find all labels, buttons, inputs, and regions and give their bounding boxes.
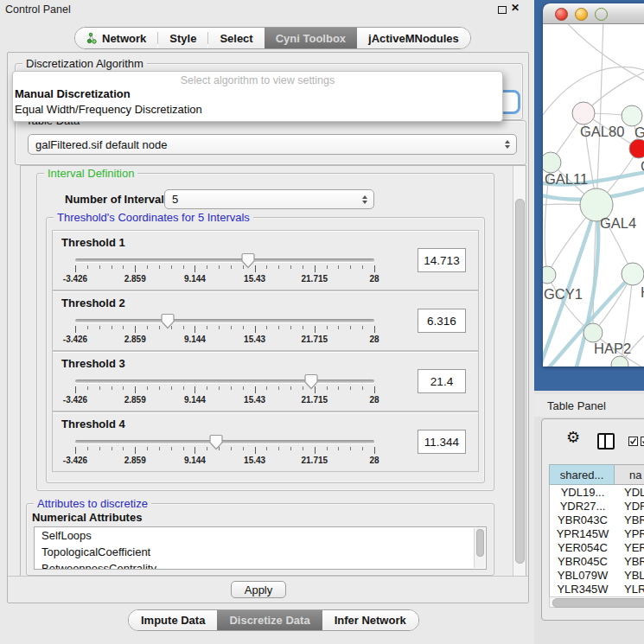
slider-tick-labels: -3.4262.8599.14415.4321.71528: [75, 395, 374, 405]
settings-scrollpane: Interval Definition Number of Intervals …: [20, 165, 526, 577]
cell-name[interactable]: YBR0: [615, 513, 644, 526]
threshold-slider[interactable]: -3.4262.8599.14415.4321.71528: [75, 252, 374, 286]
table-row[interactable]: YLR345WYLR3: [550, 582, 644, 596]
panel-title: Control Panel: [5, 3, 71, 16]
table-data-select[interactable]: galFiltered.sif default node: [28, 134, 517, 155]
menu-item-equal-width-frequency[interactable]: Equal Width/Frequency Discretization: [13, 102, 502, 118]
vertical-scrollbar[interactable]: [513, 166, 526, 576]
apply-button[interactable]: Apply: [231, 581, 286, 598]
slider-track[interactable]: [75, 440, 374, 443]
table-body: YDL19...YDL1YDR27...YDR2YBR043CYBR0YPR14…: [549, 485, 644, 596]
minimize-traffic-light-icon[interactable]: [575, 8, 588, 21]
scrollbar-thumb[interactable]: [515, 199, 525, 564]
network-node[interactable]: [622, 263, 644, 285]
close-traffic-light-icon[interactable]: [555, 8, 568, 21]
tab-discretize-data[interactable]: Discretize Data: [217, 610, 322, 630]
network-canvas[interactable]: GAL80GACGAL11GAL4GCY1HHAP2: [543, 24, 644, 367]
tick-label: -3.426: [63, 274, 87, 284]
table-panel: ⚙ shared... na YDL19...YDL1YDR27...YDR2Y…: [541, 418, 644, 621]
network-edge[interactable]: [596, 24, 603, 205]
table-row[interactable]: YBR045CYBR0: [550, 554, 644, 568]
cell-shared-name[interactable]: YBR043C: [550, 513, 615, 526]
discretization-algorithm-label: Discretization Algorithm: [22, 57, 147, 70]
network-node[interactable]: [629, 139, 644, 158]
network-node[interactable]: [543, 152, 561, 173]
column-header-name[interactable]: na: [615, 464, 644, 485]
cell-shared-name[interactable]: YDR27...: [550, 499, 615, 513]
cell-name[interactable]: YBR0: [615, 554, 644, 568]
cell-shared-name[interactable]: YBR045C: [550, 554, 615, 568]
columns-icon[interactable]: [597, 433, 615, 450]
scrollbar-thumb[interactable]: [476, 529, 484, 557]
threshold-panel-3: Threshold 3-3.4262.8599.14415.4321.71528: [52, 351, 479, 411]
tab-style[interactable]: Style: [158, 28, 207, 48]
attributes-scrollbar[interactable]: [474, 528, 485, 568]
list-item-topologicalcoefficient[interactable]: TopologicalCoefficient: [35, 544, 486, 560]
checkbox-icon[interactable]: [641, 437, 644, 446]
tab-select[interactable]: Select: [208, 28, 264, 48]
tab-network[interactable]: Network: [75, 28, 157, 48]
threshold-value-field[interactable]: [418, 309, 466, 333]
tick-label: 21.715: [302, 274, 328, 284]
cell-name[interactable]: YPR1: [615, 526, 644, 540]
tab-cyni-toolbox[interactable]: Cyni Toolbox: [265, 28, 357, 48]
threshold-value-field[interactable]: [418, 369, 466, 393]
threshold-slider[interactable]: -3.4262.8599.14415.4321.71528: [75, 373, 374, 407]
node-label: GAL80: [580, 124, 624, 139]
zoom-traffic-light-icon[interactable]: [595, 8, 608, 21]
tick-label: 15.43: [244, 274, 265, 284]
number-of-intervals-select[interactable]: 5: [164, 189, 374, 209]
thresholds-group: Threshold's Coordinates for 5 Intervals …: [46, 217, 485, 483]
close-icon[interactable]: ✕: [511, 2, 520, 14]
horizontal-scrollbar[interactable]: [549, 596, 644, 608]
network-node[interactable]: [543, 266, 556, 284]
checkbox-icon[interactable]: [628, 437, 638, 446]
table-row[interactable]: YPR145WYPR1: [550, 526, 644, 540]
scrollbar-thumb[interactable]: [552, 598, 644, 608]
table-row[interactable]: YBR043CYBR0: [550, 513, 644, 526]
network-node[interactable]: [611, 356, 628, 367]
list-item-selfloops[interactable]: SelfLoops: [35, 527, 486, 544]
list-item-betweennesscentrality[interactable]: BetweennessCentrality: [35, 560, 486, 570]
column-header-shared-name[interactable]: shared...: [549, 464, 615, 485]
slider-track[interactable]: [75, 379, 374, 383]
threshold-value-field[interactable]: [418, 248, 466, 272]
node-label: C: [641, 158, 644, 174]
cell-name[interactable]: YBL0: [615, 568, 644, 582]
network-node[interactable]: [572, 102, 595, 124]
tab-impute-data[interactable]: Impute Data: [129, 610, 217, 630]
network-node[interactable]: [622, 105, 642, 126]
cell-name[interactable]: YLR3: [615, 582, 644, 596]
cell-shared-name[interactable]: YPR145W: [550, 526, 615, 540]
cell-shared-name[interactable]: YDL19...: [550, 485, 615, 499]
table-row[interactable]: YDL19...YDL1: [550, 485, 644, 499]
cell-name[interactable]: YER0: [615, 540, 644, 554]
tick-label: -3.426: [63, 335, 87, 344]
cell-shared-name[interactable]: YLR345W: [550, 582, 615, 596]
menu-item-manual-discretization[interactable]: Manual Discretization: [13, 86, 502, 102]
float-window-icon[interactable]: [498, 6, 507, 14]
cell-shared-name[interactable]: YER054C: [550, 540, 615, 554]
slider-ticks: [75, 386, 374, 393]
tick-label: 2.859: [124, 456, 146, 465]
attributes-group: Attributes to discretize Numerical Attri…: [26, 503, 494, 576]
threshold-label: Threshold 3: [61, 357, 125, 370]
tick-label: 15.43: [244, 395, 265, 405]
table-row[interactable]: YBL079WYBL0: [550, 568, 644, 582]
tab-jactivemnodules[interactable]: jActiveMNodules: [357, 28, 470, 48]
slider-track[interactable]: [75, 319, 374, 322]
table-row[interactable]: YER054CYER0: [550, 540, 644, 554]
slider-track[interactable]: [75, 258, 374, 262]
cell-name[interactable]: YDL1: [615, 485, 644, 499]
tab-infer-network[interactable]: Infer Network: [322, 610, 418, 630]
cell-name[interactable]: YDR2: [615, 499, 644, 513]
node-label: GAL4: [600, 215, 636, 231]
threshold-slider[interactable]: -3.4262.8599.14415.4321.71528: [75, 433, 374, 468]
tick-label: 28: [369, 395, 379, 405]
gear-icon[interactable]: ⚙: [566, 430, 580, 445]
cell-shared-name[interactable]: YBL079W: [550, 568, 615, 582]
threshold-slider[interactable]: -3.4262.8599.14415.4321.71528: [75, 312, 374, 347]
network-node[interactable]: [583, 323, 603, 342]
table-row[interactable]: YDR27...YDR2: [550, 499, 644, 513]
threshold-value-field[interactable]: [418, 430, 466, 454]
